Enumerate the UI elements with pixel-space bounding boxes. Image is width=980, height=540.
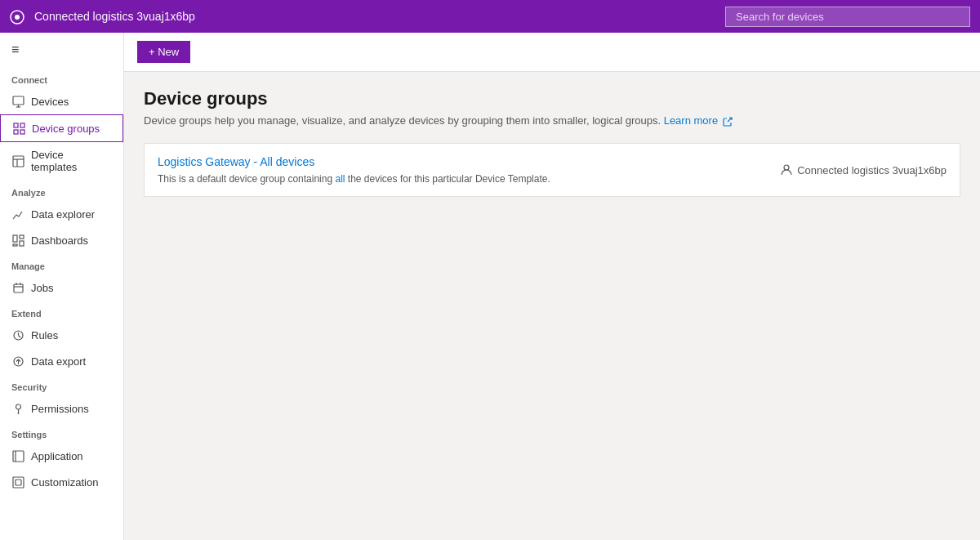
external-link-icon [723,117,733,127]
device-group-card-right: Connected logistics 3vuaj1x6bp [781,164,947,176]
app-logo-icon [10,8,24,25]
chart-icon [11,208,24,221]
sidebar-item-permissions[interactable]: Permissions [0,395,123,422]
svg-rect-6 [20,123,24,127]
device-group-card: Logistics Gateway - All devices This is … [144,143,960,197]
sidebar-item-data-explorer[interactable]: Data explorer [0,201,123,227]
device-group-link[interactable]: Logistics Gateway - All devices [158,155,550,168]
svg-rect-16 [14,284,23,292]
monitor-icon [11,95,24,108]
content-area: Device groups Device groups help you man… [124,72,980,540]
sidebar-item-application-label: Application [31,450,83,462]
sidebar-item-permissions-label: Permissions [31,403,89,415]
sidebar-item-device-templates-label: Device templates [31,149,112,173]
svg-rect-13 [20,235,24,239]
svg-point-32 [784,165,789,170]
sidebar-item-customization[interactable]: Customization [0,469,123,495]
sidebar-item-customization-label: Customization [31,476,98,489]
svg-rect-5 [14,123,18,127]
svg-rect-2 [13,96,24,105]
sidebar-item-device-groups[interactable]: Device groups [0,114,123,142]
svg-rect-28 [13,451,24,462]
section-security: Security [0,374,123,395]
rules-icon [11,328,24,341]
application-icon [11,449,24,462]
sidebar-item-data-explorer-label: Data explorer [31,208,95,221]
svg-rect-12 [13,235,17,242]
customization-icon [11,475,24,489]
sidebar-item-data-export-label: Data export [31,355,86,368]
svg-rect-15 [13,244,17,246]
sidebar-item-device-groups-label: Device groups [32,123,100,135]
device-group-desc-link[interactable]: all [335,173,345,185]
sidebar: ≡ Connect Devices [0,33,124,540]
permissions-icon [11,402,24,415]
section-settings: Settings [0,422,123,443]
svg-line-22 [18,335,20,337]
svg-point-1 [15,15,20,20]
topbar: Connected logistics 3vuaj1x6bp [0,0,980,33]
template-icon [11,154,24,167]
export-icon [11,355,24,368]
sidebar-item-jobs-label: Jobs [31,282,53,294]
page-title: Device groups [144,88,960,109]
svg-rect-9 [13,156,24,167]
sidebar-item-dashboards[interactable]: Dashboards [0,227,123,253]
sidebar-item-rules-label: Rules [31,329,58,341]
svg-rect-30 [13,477,24,488]
main-content: + New Device groups Device groups help y… [124,33,980,540]
svg-rect-8 [20,130,24,134]
section-extend: Extend [0,301,123,322]
dashboard-icon [11,234,24,247]
sidebar-item-jobs[interactable]: Jobs [0,274,123,301]
sidebar-item-rules[interactable]: Rules [0,322,123,348]
device-group-card-left: Logistics Gateway - All devices This is … [158,155,550,185]
sidebar-item-data-export[interactable]: Data export [0,348,123,374]
jobs-icon [11,281,24,294]
new-button[interactable]: + New [137,41,190,63]
hamburger-button[interactable]: ≡ [0,33,123,67]
search-input[interactable] [725,7,970,27]
sidebar-item-device-templates[interactable]: Device templates [0,142,123,180]
svg-rect-14 [20,241,24,246]
learn-more-link[interactable]: Learn more [664,114,718,127]
sidebar-item-application[interactable]: Application [0,443,123,469]
page-description: Device groups help you manage, visualize… [144,114,960,127]
section-manage: Manage [0,253,123,274]
device-group-app-name: Connected logistics 3vuaj1x6bp [797,164,947,176]
svg-rect-31 [16,480,21,485]
person-icon [781,164,792,176]
toolbar: + New [124,33,980,72]
sidebar-item-devices[interactable]: Devices [0,88,123,114]
sidebar-item-dashboards-label: Dashboards [31,234,88,247]
svg-point-25 [16,404,20,409]
sidebar-item-devices-label: Devices [31,96,69,108]
section-connect: Connect [0,67,123,88]
section-analyze: Analyze [0,180,123,201]
device-group-description: This is a default device group containin… [158,173,550,185]
app-title: Connected logistics 3vuaj1x6bp [34,10,719,23]
svg-rect-7 [14,130,18,134]
svg-point-27 [17,413,19,414]
grid-icon [12,122,25,135]
